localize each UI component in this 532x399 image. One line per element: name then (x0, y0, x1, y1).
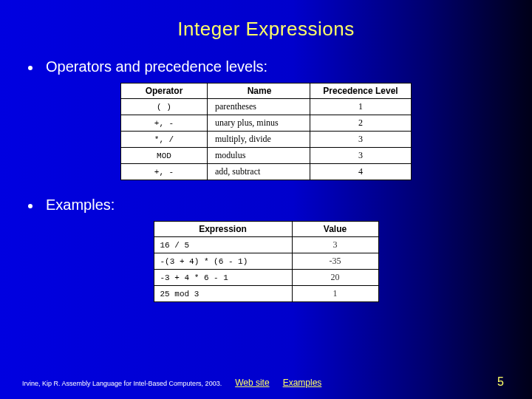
cell-expr: 25 mod 3 (154, 286, 292, 302)
cell-prec: 3 (310, 132, 412, 148)
examples-table: Expression Value 16 / 5 3 -(3 + 4) * (6 … (154, 221, 379, 302)
cell-op: +, - (121, 115, 208, 132)
table-header-row: Expression Value (154, 222, 378, 237)
page-number: 5 (497, 375, 504, 389)
cell-val: -35 (292, 253, 378, 270)
cell-expr: -3 + 4 * 6 - 1 (154, 270, 292, 286)
cell-prec: 4 (310, 164, 412, 180)
col-operator: Operator (121, 83, 208, 99)
cell-prec: 2 (310, 115, 412, 132)
col-name: Name (208, 83, 310, 99)
cell-prec: 1 (310, 99, 412, 115)
table-row: MOD modulus 3 (121, 148, 412, 164)
cell-expr: 16 / 5 (154, 237, 292, 253)
slide: Integer Expressions Operators and preced… (0, 0, 532, 399)
precedence-table: Operator Name Precedence Level ( ) paren… (120, 83, 412, 180)
link-examples[interactable]: Examples (283, 378, 322, 388)
cell-val: 1 (292, 286, 378, 302)
link-website[interactable]: Web site (235, 378, 269, 388)
col-precedence: Precedence Level (310, 83, 412, 99)
cell-name: modulus (208, 148, 310, 164)
examples-table-wrap: Expression Value 16 / 5 3 -(3 + 4) * (6 … (22, 221, 510, 302)
table-row: +, - unary plus, minus 2 (121, 115, 412, 132)
cell-val: 20 (292, 270, 378, 286)
bullet-text: Examples: (46, 197, 115, 214)
cell-name: parentheses (208, 99, 310, 115)
cell-op: ( ) (121, 99, 208, 115)
cell-val: 3 (292, 237, 378, 253)
table-row: 25 mod 3 1 (154, 286, 378, 302)
bullet-operators: Operators and precedence levels: (22, 58, 510, 75)
footer: Irvine, Kip R. Assembly Language for Int… (0, 375, 532, 389)
bullet-dot-icon (28, 66, 33, 70)
cell-name: add, subtract (208, 164, 310, 180)
slide-body: Operators and precedence levels: Operato… (0, 48, 532, 302)
cell-name: unary plus, minus (208, 115, 310, 132)
table-row: *, / multiply, divide 3 (121, 132, 412, 148)
cell-op: +, - (121, 164, 208, 180)
bullet-examples: Examples: (22, 197, 510, 214)
cell-op: *, / (121, 132, 208, 148)
table-row: 16 / 5 3 (154, 237, 378, 253)
col-expression: Expression (154, 222, 292, 237)
footer-citation: Irvine, Kip R. Assembly Language for Int… (22, 380, 222, 387)
cell-op: MOD (121, 148, 208, 164)
page-title: Integer Expressions (0, 0, 532, 48)
table-row: ( ) parentheses 1 (121, 99, 412, 115)
table-row: -3 + 4 * 6 - 1 20 (154, 270, 378, 286)
cell-expr: -(3 + 4) * (6 - 1) (154, 253, 292, 270)
cell-name: multiply, divide (208, 132, 310, 148)
bullet-dot-icon (28, 204, 33, 208)
cell-prec: 3 (310, 148, 412, 164)
col-value: Value (292, 222, 378, 237)
precedence-table-wrap: Operator Name Precedence Level ( ) paren… (22, 83, 510, 180)
table-row: -(3 + 4) * (6 - 1) -35 (154, 253, 378, 270)
bullet-text: Operators and precedence levels: (46, 58, 267, 75)
table-header-row: Operator Name Precedence Level (121, 83, 412, 99)
table-row: +, - add, subtract 4 (121, 164, 412, 180)
